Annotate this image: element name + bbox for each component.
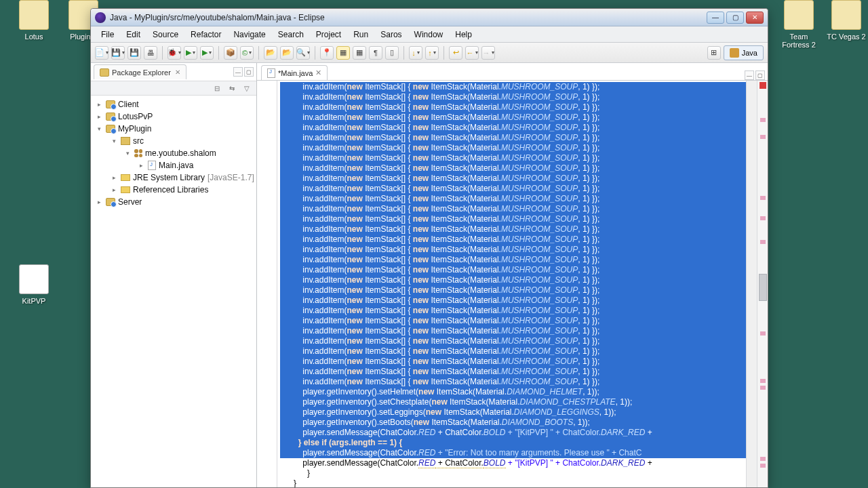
forward-button[interactable]: → [481, 46, 495, 60]
eclipse-icon [95, 12, 106, 23]
new-button[interactable]: 📄 [95, 46, 108, 60]
menu-edit[interactable]: Edit [120, 28, 146, 41]
editor-tab-main[interactable]: *Main.java ✕ [261, 65, 328, 80]
menu-refactor[interactable]: Refactor [184, 28, 227, 41]
window-title: Java - MyPlugin/src/me/youtube/shalom/Ma… [110, 13, 705, 22]
minimize-view-button[interactable]: — [233, 67, 243, 77]
back-button[interactable]: ← [465, 46, 479, 60]
menu-search[interactable]: Search [272, 28, 310, 41]
toggle-mark-button[interactable]: 📍 [320, 46, 334, 60]
external-button[interactable]: ▶ [200, 46, 214, 60]
debug-button[interactable]: 🐞 [167, 46, 181, 60]
toggle-ws-button[interactable]: ¶ [369, 46, 382, 60]
print-button[interactable]: 🖶 [144, 46, 157, 60]
toggle-block-button[interactable]: ▦ [353, 46, 366, 60]
prev-annotation-button[interactable]: ↑ [425, 46, 439, 60]
overview-ruler[interactable] [757, 81, 768, 487]
menu-window[interactable]: Window [408, 28, 450, 41]
close-icon[interactable]: ✕ [315, 68, 321, 77]
menu-project[interactable]: Project [310, 28, 347, 41]
next-annotation-button[interactable]: ↓ [409, 46, 422, 60]
minimize-editor-button[interactable]: — [745, 70, 754, 80]
collapse-all-button[interactable]: ⊟ [212, 83, 222, 94]
link-editor-button[interactable]: ⇆ [226, 83, 237, 94]
toggle-breadcrumb-button[interactable]: ▦ [336, 46, 350, 60]
folder-icon [100, 68, 109, 77]
maximize-button[interactable]: ▢ [726, 12, 744, 24]
editor-gutter[interactable] [257, 81, 277, 487]
menu-file[interactable]: File [95, 28, 120, 41]
editor-area: *Main.java ✕ — ▢ inv.addItem(new ItemSta… [257, 63, 768, 487]
save-button[interactable]: 💾 [111, 46, 125, 60]
open-perspective-button[interactable]: ⊞ [707, 46, 721, 60]
run-button[interactable]: ▶ [184, 46, 197, 60]
desktop-icon-kitpvp[interactable]: KitPVP [10, 264, 58, 305]
save-all-button[interactable]: 💾 [127, 46, 141, 60]
project-tree[interactable]: ▸Client ▸LotusPvP ▾MyPlugin ▾src ▾me.you… [91, 96, 256, 487]
menu-help[interactable]: Help [449, 28, 478, 41]
search-button[interactable]: 🔍 [296, 46, 310, 60]
package-explorer-label: Package Explorer [112, 68, 171, 77]
eclipse-window: Java - MyPlugin/src/me/youtube/shalom/Ma… [90, 8, 768, 488]
last-edit-button[interactable]: ↩ [449, 46, 462, 60]
close-icon[interactable]: ✕ [175, 68, 180, 76]
titlebar[interactable]: Java - MyPlugin/src/me/youtube/shalom/Ma… [91, 9, 768, 26]
perspective-java[interactable]: Java [724, 45, 764, 60]
menu-source[interactable]: Source [146, 28, 184, 41]
minimize-button[interactable]: — [707, 12, 724, 24]
vertical-scrollbar[interactable] [746, 81, 757, 487]
package-explorer-view: Package Explorer ✕ — ▢ ⊟ ⇆ ▽ ▸Client ▸Lo… [91, 63, 257, 487]
menu-saros[interactable]: Saros [374, 28, 408, 41]
menu-navigate[interactable]: Navigate [227, 28, 271, 41]
editor-tab-label: *Main.java [278, 69, 313, 77]
open-type-button[interactable]: 📂 [264, 46, 277, 60]
desktop-icon-lotus[interactable]: Lotus [10, 0, 58, 41]
view-menu-button[interactable]: ▽ [241, 83, 252, 94]
close-button[interactable]: ✕ [746, 12, 764, 24]
desktop-icon-tcvegas[interactable]: TC Vegas 2 [823, 0, 868, 41]
toggle-a11y-button[interactable]: ▯ [385, 46, 399, 60]
java-file-icon [267, 68, 275, 78]
package-explorer-tab[interactable]: Package Explorer ✕ [94, 64, 186, 79]
desktop-icon-tf2[interactable]: Team Fortress 2 [775, 0, 823, 49]
new-package-button[interactable]: 📦 [224, 46, 237, 60]
maximize-view-button[interactable]: ▢ [244, 67, 254, 77]
menu-run[interactable]: Run [347, 28, 374, 41]
toolbar: 📄 💾 💾 🖶 🐞 ▶ ▶ 📦 © 📂 📂 🔍 📍 ▦ ▦ ¶ ▯ ↓ ↑ ↩ … [91, 43, 768, 63]
error-marker-icon [760, 82, 766, 89]
maximize-editor-button[interactable]: ▢ [755, 70, 765, 80]
open-task-button[interactable]: 📂 [280, 46, 294, 60]
menubar: File Edit Source Refactor Navigate Searc… [91, 26, 768, 43]
code-editor[interactable]: inv.addItem(new ItemStack[] { new ItemSt… [257, 81, 768, 487]
new-class-button[interactable]: © [240, 46, 254, 60]
